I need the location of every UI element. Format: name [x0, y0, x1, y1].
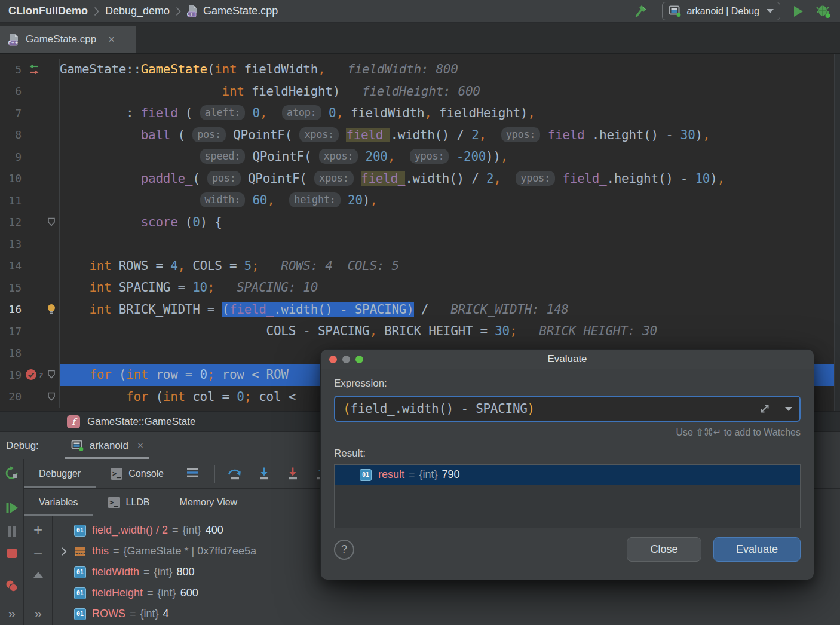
stop-icon[interactable]	[6, 547, 18, 559]
close-icon[interactable]: ×	[137, 440, 143, 452]
code-text[interactable]: int ROWS = 4, COLS = 5; ROWS: 4 COLS: 5	[60, 255, 840, 277]
more-icon[interactable]: »	[8, 608, 15, 620]
code-line-14[interactable]: 14 int ROWS = 4, COLS = 5; ROWS: 4 COLS:…	[0, 255, 840, 277]
code-text[interactable]: width: 60, height: 20),	[60, 189, 840, 212]
variable-row[interactable]: 01fieldHeight={int}600	[53, 583, 840, 603]
gutter[interactable]: 11	[0, 189, 60, 212]
help-button[interactable]: ?	[334, 540, 354, 560]
gutter[interactable]: 8	[0, 124, 60, 146]
code-line-10[interactable]: 10 paddle_( pos: QPointF( xpos: field_.w…	[0, 168, 840, 190]
tab-debugger-label: Debugger	[39, 468, 81, 479]
variable-row[interactable]: 01ROWS={int}4	[53, 603, 840, 624]
tab-console[interactable]: >_ Console	[96, 459, 179, 488]
build-hammer-icon[interactable]	[634, 4, 650, 19]
remove-icon[interactable]: −	[33, 547, 42, 559]
code-line-5[interactable]: 5GameState::GameState(int fieldWidth, fi…	[0, 59, 840, 81]
gutter[interactable]: 6	[0, 81, 60, 103]
gutter[interactable]: 18	[0, 342, 60, 364]
code-line-12[interactable]: 12 score_(0) {	[0, 212, 840, 234]
code-line-13[interactable]: 13	[0, 233, 840, 255]
line-number: 19	[0, 369, 24, 381]
code-line-8[interactable]: 8 ball_( pos: QPointF( xpos: field_.widt…	[0, 124, 840, 146]
code-segment	[245, 193, 252, 207]
tab-memory-view[interactable]: Memory View	[165, 489, 253, 516]
gutter[interactable]: 9	[0, 146, 60, 168]
code-line-11[interactable]: 11 width: 60, height: 20),	[0, 189, 840, 212]
gutter[interactable]: 10	[0, 168, 60, 190]
breadcrumb-file[interactable]: C++ GameState.cpp	[187, 5, 278, 17]
main-toolbar: CLionFullDemo Debug_demo C++ GameState.c…	[0, 0, 840, 23]
fold-icon[interactable]	[47, 369, 56, 380]
breadcrumb-folder[interactable]: Debug_demo	[105, 5, 170, 17]
dialog-titlebar[interactable]: Evaluate	[321, 350, 814, 369]
tab-variables[interactable]: Variables	[24, 489, 93, 516]
step-over-icon[interactable]	[227, 467, 243, 481]
gutter[interactable]: 19?	[0, 364, 60, 386]
code-line-15[interactable]: 15 int SPACING = 10; SPACING: 10	[0, 277, 840, 299]
error-stripe[interactable]	[834, 54, 840, 411]
code-text[interactable]: COLS - SPACING, BRICK_HEIGHT = 30; BRICK…	[60, 320, 840, 342]
run-configuration-select[interactable]: arkanoid | Debug	[662, 2, 780, 20]
code-text[interactable]: ball_( pos: QPointF( xpos: field_.width(…	[60, 124, 840, 146]
fold-icon[interactable]	[47, 391, 56, 402]
scroll-up-icon[interactable]	[33, 571, 44, 578]
tab-lldb[interactable]: >_ LLDB	[93, 489, 165, 516]
indent	[60, 367, 89, 382]
gutter[interactable]: 16	[0, 299, 60, 321]
gutter[interactable]: 17	[0, 320, 60, 342]
view-breakpoints-icon[interactable]	[5, 579, 19, 593]
gutter[interactable]: 7	[0, 102, 60, 124]
code-segment: int	[89, 259, 111, 273]
code-text[interactable]: int fieldHeight) fieldHeight: 600	[60, 81, 840, 103]
force-step-into-icon[interactable]	[286, 467, 300, 481]
gutter[interactable]: 14	[0, 255, 60, 277]
code-line-17[interactable]: 17 COLS - SPACING, BRICK_HEIGHT = 30; BR…	[0, 320, 840, 342]
code-line-16[interactable]: 16 int BRICK_WIDTH = (field_.width() - S…	[0, 299, 840, 321]
code-segment: BRICK_WIDTH: 148	[436, 302, 569, 317]
breakpoint-icon[interactable]: ?	[24, 368, 44, 381]
expression-value[interactable]: (field_.width() - SPACING)	[335, 402, 759, 416]
code-line-6[interactable]: 6 int fieldHeight) fieldHeight: 600	[0, 81, 840, 103]
breadcrumb-context[interactable]: GameState::GameState	[87, 416, 195, 428]
code-segment: BRICK_HEIGHT =	[377, 324, 495, 338]
bulb-icon[interactable]	[46, 303, 57, 316]
code-text[interactable]: int BRICK_WIDTH = (field_.width() - SPAC…	[60, 299, 840, 321]
expander-chevron-icon[interactable]	[55, 547, 73, 556]
gutter[interactable]: 20	[0, 386, 60, 408]
tab-debugger[interactable]: Debugger	[24, 459, 96, 488]
result-row[interactable]: 01 result = {int} 790	[335, 465, 800, 485]
breadcrumb-project[interactable]: CLionFullDemo	[8, 5, 88, 17]
rerun-icon[interactable]	[4, 465, 20, 481]
add-icon[interactable]: +	[33, 523, 42, 535]
close-button[interactable]: Close	[627, 537, 701, 562]
expression-input[interactable]: (field_.width() - SPACING)	[334, 396, 801, 422]
step-into-icon[interactable]	[257, 467, 271, 481]
code-segment: col =	[185, 390, 237, 404]
run-icon[interactable]	[792, 5, 804, 18]
pause-icon[interactable]	[6, 525, 18, 538]
fold-icon[interactable]	[47, 217, 56, 228]
show-execution-point-icon[interactable]	[185, 466, 200, 479]
tab-gamestate-cpp[interactable]: C++ GameState.cpp ×	[0, 26, 136, 53]
code-text[interactable]: : field_( aleft: 0, atop: 0, fieldWidth,…	[60, 102, 840, 124]
code-line-7[interactable]: 7 : field_( aleft: 0, atop: 0, fieldWidt…	[0, 102, 840, 124]
gutter[interactable]: 13	[0, 233, 60, 255]
debug-icon[interactable]	[816, 4, 832, 19]
debug-session-tab[interactable]: arkanoid ×	[65, 432, 149, 459]
gutter[interactable]: 5	[0, 59, 60, 81]
gutter[interactable]: 15	[0, 277, 60, 299]
close-icon[interactable]: ×	[108, 33, 115, 46]
code-text[interactable]: speed: QPointF( xpos: 200, ypos: -200)),	[60, 146, 840, 168]
code-segment: int	[89, 280, 111, 295]
code-text[interactable]: score_(0) {	[60, 212, 840, 234]
more-icon[interactable]: »	[34, 608, 41, 620]
expression-history-dropdown[interactable]	[777, 397, 799, 421]
evaluate-button[interactable]: Evaluate	[713, 537, 801, 562]
resume-icon[interactable]	[5, 501, 19, 515]
expand-icon[interactable]	[759, 403, 771, 415]
code-text[interactable]: GameState::GameState(int fieldWidth, fie…	[60, 59, 840, 81]
gutter[interactable]: 12	[0, 212, 60, 234]
code-text[interactable]: paddle_( pos: QPointF( xpos: field_.widt…	[60, 168, 840, 190]
code-text[interactable]: int SPACING = 10; SPACING: 10	[60, 277, 840, 299]
code-line-9[interactable]: 9 speed: QPointF( xpos: 200, ypos: -200)…	[0, 146, 840, 168]
